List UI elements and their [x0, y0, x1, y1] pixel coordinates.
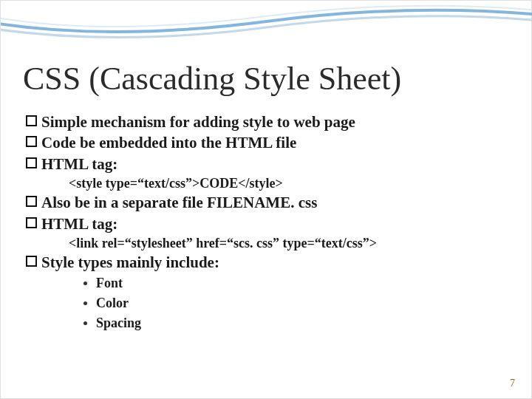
- slide-title: CSS (Cascading Style Sheet): [23, 60, 401, 98]
- slide: CSS (Cascading Style Sheet) Simple mecha…: [0, 0, 532, 399]
- sub-list-item: Color: [83, 293, 506, 313]
- bullet-item: HTML tag:: [26, 154, 506, 174]
- square-bullet-icon: [26, 196, 37, 207]
- bullet-item: Style types mainly include:: [26, 252, 506, 273]
- bullet-item: Also be in a separate file FILENAME. css: [26, 192, 506, 213]
- square-bullet-icon: [26, 136, 37, 147]
- dot-bullet-icon: [83, 282, 87, 285]
- sub-list-item: Font: [83, 273, 506, 293]
- dot-bullet-icon: [83, 301, 87, 305]
- square-bullet-icon: [26, 256, 37, 267]
- square-bullet-icon: [26, 157, 37, 168]
- code-line: <link rel=“stylesheet” href=“scs. css” t…: [69, 234, 506, 252]
- sub-list: Font Color Spacing: [83, 273, 506, 333]
- bullet-text: HTML tag:: [41, 214, 117, 234]
- bullet-text: Also be in a separate file FILENAME. css: [41, 192, 317, 213]
- bullet-text: Simple mechanism for adding style to web…: [41, 112, 355, 132]
- sub-bullet-text: Font: [96, 273, 123, 293]
- sub-bullet-text: Color: [96, 293, 129, 313]
- bullet-item: Simple mechanism for adding style to web…: [26, 112, 506, 132]
- bullet-item: HTML tag:: [26, 214, 506, 234]
- bullet-item: Code be embedded into the HTML file: [26, 132, 506, 153]
- square-bullet-icon: [26, 115, 37, 126]
- bullet-text: Code be embedded into the HTML file: [41, 132, 296, 153]
- decorative-swoosh: [1, 1, 532, 60]
- sub-bullet-text: Spacing: [96, 313, 141, 333]
- bullet-text: HTML tag:: [41, 154, 117, 174]
- page-number: 7: [510, 378, 515, 389]
- bullet-text: Style types mainly include:: [41, 252, 219, 273]
- square-bullet-icon: [26, 217, 37, 228]
- dot-bullet-icon: [83, 321, 87, 325]
- sub-list-item: Spacing: [83, 313, 506, 333]
- slide-body: Simple mechanism for adding style to web…: [26, 112, 506, 333]
- code-line: <style type=“text/css”>CODE</style>: [69, 174, 506, 192]
